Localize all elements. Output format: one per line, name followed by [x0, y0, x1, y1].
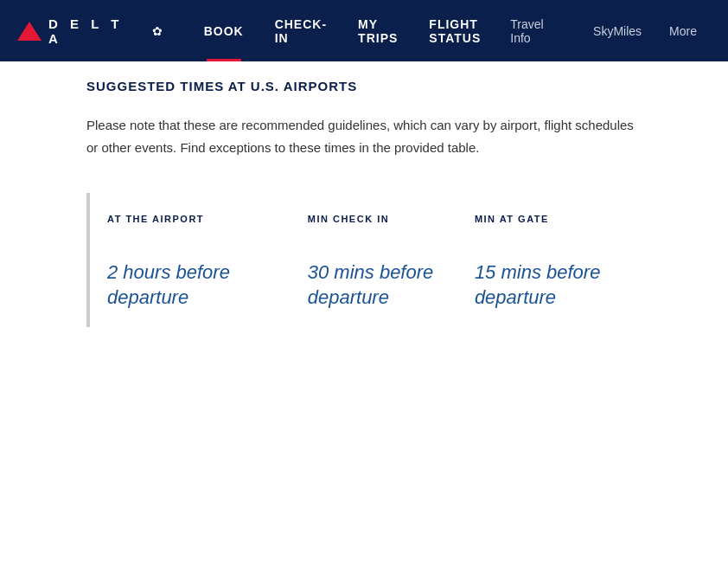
nav-book[interactable]: BOOK	[188, 0, 259, 61]
checkin-time-value: 30 mins before departure	[308, 261, 434, 308]
col-header-checkin-label: MIN CHECK IN	[308, 214, 389, 224]
col-header-airport-label: AT THE AIRPORT	[107, 214, 204, 224]
nav-travelinfo[interactable]: Travel Info	[496, 0, 579, 61]
nav-checkin[interactable]: CHECK-IN	[259, 0, 342, 61]
airport-times-table: AT THE AIRPORT MIN CHECK IN MIN AT GATE …	[86, 193, 642, 327]
cell-airport-value: 2 hours before departure	[107, 260, 308, 310]
section-title: SUGGESTED TIMES AT U.S. AIRPORTS	[86, 79, 642, 93]
cell-checkin-value: 30 mins before departure	[308, 260, 475, 310]
nav-mytrips[interactable]: MY TRIPS	[342, 0, 413, 61]
nav-flightstatus[interactable]: FLIGHT STATUS	[413, 0, 496, 61]
main-content: SUGGESTED TIMES AT U.S. AIRPORTS Please …	[0, 61, 728, 362]
nav-more[interactable]: More	[655, 0, 711, 61]
col-header-gate-label: MIN AT GATE	[475, 214, 549, 224]
nav-skymiles[interactable]: SkyMiles	[579, 0, 655, 61]
navigation: D E L T A ✿ BOOK CHECK-IN MY TRIPS FLIGH…	[0, 0, 728, 61]
table-header-row: AT THE AIRPORT MIN CHECK IN MIN AT GATE	[90, 193, 642, 234]
logo[interactable]: D E L T A ✿	[17, 16, 163, 46]
delta-triangle-icon	[17, 22, 42, 41]
secondary-nav-links: Travel Info SkyMiles More	[496, 0, 711, 61]
cell-gate-value: 15 mins before departure	[475, 260, 642, 310]
intro-paragraph: Please note that these are recommended g…	[86, 114, 642, 158]
col-header-airport: AT THE AIRPORT	[107, 210, 308, 226]
col-header-gate: MIN AT GATE	[475, 210, 642, 226]
gate-time-value: 15 mins before departure	[475, 261, 601, 308]
logo-text: D E L T A	[48, 16, 144, 46]
globe-icon: ✿	[152, 24, 163, 38]
table-data-row: 2 hours before departure 30 mins before …	[90, 234, 642, 327]
col-header-checkin: MIN CHECK IN	[308, 210, 475, 226]
airport-time-value: 2 hours before departure	[107, 261, 230, 308]
main-nav-links: BOOK CHECK-IN MY TRIPS FLIGHT STATUS	[188, 0, 497, 61]
